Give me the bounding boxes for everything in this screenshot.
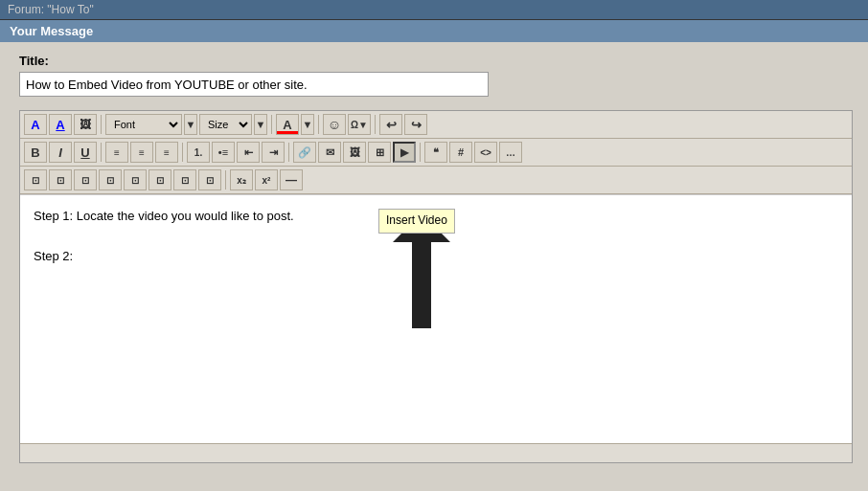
sep6 [182,143,183,162]
font-color-button[interactable]: A [276,114,299,135]
align-left-button[interactable]: ≡ [105,142,128,163]
editor-line-3: Step 2: [34,247,838,267]
hash-button[interactable]: # [449,142,472,163]
img2-button[interactable]: 🖼 [343,142,366,163]
your-message-header: Your Message [0,20,868,42]
r3-btn-1[interactable]: ⊡ [24,169,47,190]
subscript-button[interactable]: x₂ [230,169,253,190]
email-button[interactable]: ✉ [318,142,341,163]
font-select[interactable]: Font [105,114,182,135]
emoji-button[interactable]: ☺ [323,114,346,135]
bold-button[interactable]: B [24,142,47,163]
size-dropdown-arrow[interactable]: ▼ [254,114,267,135]
editor-container: A A 🖼 Font ▼ Size ▼ A ▼ ☺ Ω▼ ↩ ↪ [19,110,853,463]
toolbar-row-1: A A 🖼 Font ▼ Size ▼ A ▼ ☺ Ω▼ ↩ ↪ [20,111,852,139]
align-right-button[interactable]: ≡ [155,142,178,163]
format-a2-button[interactable]: A [49,114,72,135]
editor-area[interactable]: Step 1: Locate the video you would like … [20,194,852,443]
format-a1-button[interactable]: A [24,114,47,135]
r3-btn-5[interactable]: ⊡ [124,169,147,190]
superscript-button[interactable]: x² [255,169,278,190]
forum-bar-text: Forum: "How To" [8,3,94,16]
undo-button[interactable]: ↩ [379,114,402,135]
more-button[interactable]: … [499,142,522,163]
title-label: Title: [19,54,849,68]
hr-button[interactable]: — [280,169,303,190]
special-chars-icon: Ω▼ [351,120,368,130]
italic-button[interactable]: I [49,142,72,163]
unordered-list-button[interactable]: •≡ [212,142,235,163]
sep8 [420,143,421,162]
title-input[interactable] [19,72,489,97]
r3-btn-3[interactable]: ⊡ [74,169,97,190]
redo-button[interactable]: ↪ [404,114,427,135]
toolbar-row-2: B I U ≡ ≡ ≡ 1. •≡ ⇤ ⇥ 🔗 ✉ 🖼 ⊞ ▶ ❝ # <> … [20,139,852,167]
image-button[interactable]: 🖼 [74,114,97,135]
r3-btn-7[interactable]: ⊡ [173,169,196,190]
r3-btn-6[interactable]: ⊡ [148,169,171,190]
sep7 [288,143,289,162]
special-chars-button[interactable]: Ω▼ [348,114,371,135]
editor-line-1: Step 1: Locate the video you would like … [34,207,838,227]
table-insert-button[interactable]: ⊞ [368,142,391,163]
font-color-dropdown[interactable]: ▼ [301,114,314,135]
sep2 [271,115,272,134]
r3-btn-4[interactable]: ⊡ [99,169,122,190]
sep5 [101,143,102,162]
font-dropdown-arrow[interactable]: ▼ [184,114,197,135]
r3-btn-8[interactable]: ⊡ [198,169,221,190]
toolbar-row-3: ⊡ ⊡ ⊡ ⊡ ⊡ ⊡ ⊡ ⊡ x₂ x² — [20,167,852,194]
r3-btn-2[interactable]: ⊡ [49,169,72,190]
size-select[interactable]: Size [199,114,252,135]
sep9 [225,170,226,190]
underline-button[interactable]: U [74,142,97,163]
quote-button[interactable]: ❝ [424,142,447,163]
code-button[interactable]: <> [474,142,497,163]
ordered-list-button[interactable]: 1. [187,142,210,163]
align-center-button[interactable]: ≡ [130,142,153,163]
sep4 [375,115,376,134]
sep3 [318,115,319,134]
editor-line-2 [34,227,838,247]
sep1 [101,115,102,134]
editor-footer [20,443,852,462]
indent-less-button[interactable]: ⇤ [237,142,260,163]
insert-video-button[interactable]: ▶ [393,142,416,163]
indent-more-button[interactable]: ⇥ [262,142,285,163]
page-content: Title: A A 🖼 Font ▼ Size ▼ A ▼ ☺ Ω▼ [0,42,868,491]
link-button[interactable]: 🔗 [293,142,316,163]
forum-bar: Forum: "How To" [0,0,868,20]
your-message-title: Your Message [10,24,93,38]
